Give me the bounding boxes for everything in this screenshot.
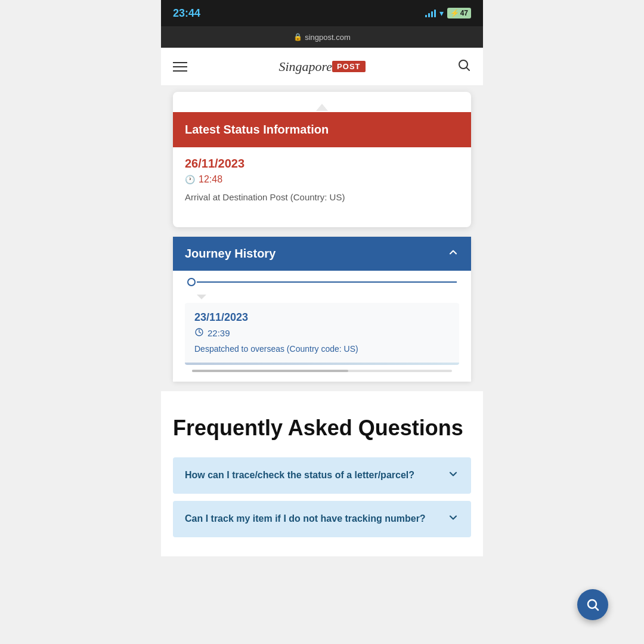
svg-line-1 bbox=[467, 68, 469, 70]
journey-history-title: Journey History bbox=[185, 247, 275, 261]
latest-status-title: Latest Status Information bbox=[185, 123, 329, 136]
journey-entry-time-row: 22:39 bbox=[194, 327, 450, 339]
chevron-up-icon bbox=[447, 246, 459, 261]
status-time: 23:44 bbox=[173, 7, 200, 20]
journey-history-body: 23/11/2023 22:39 Despatched to overseas … bbox=[173, 271, 471, 382]
status-time-row: 🕐 12:48 bbox=[185, 174, 459, 185]
latest-status-body: 26/11/2023 🕐 12:48 Arrival at Destinatio… bbox=[173, 147, 471, 215]
status-bar: 23:44 ▾ ⚡47 bbox=[161, 0, 483, 26]
faq-question-1: How can I trace/check the status of a le… bbox=[185, 469, 447, 482]
faq-chevron-2 bbox=[447, 512, 459, 527]
triangle-pointer bbox=[316, 104, 328, 111]
wifi-icon: ▾ bbox=[439, 8, 444, 18]
search-button[interactable] bbox=[457, 58, 471, 75]
journey-history-header[interactable]: Journey History bbox=[173, 237, 471, 271]
faq-chevron-1 bbox=[447, 468, 459, 483]
nav-bar: Singapore POST bbox=[161, 48, 483, 86]
lock-icon: 🔒 bbox=[293, 33, 302, 41]
browser-url: 🔒 singpost.com bbox=[293, 33, 351, 42]
status-time-value: 12:48 bbox=[199, 174, 222, 185]
status-date: 26/11/2023 bbox=[185, 157, 459, 171]
clock-icon-journey bbox=[194, 327, 204, 339]
scroll-hint bbox=[192, 370, 452, 372]
journey-entry-card: 23/11/2023 22:39 Despatched to overseas … bbox=[185, 303, 459, 365]
timeline-dot bbox=[187, 278, 196, 286]
timeline-line bbox=[197, 281, 457, 283]
hamburger-menu[interactable] bbox=[173, 62, 187, 72]
battery-icon: ⚡47 bbox=[447, 8, 471, 18]
journey-entry-date: 23/11/2023 bbox=[194, 311, 450, 324]
status-description: Arrival at Destination Post (Country: US… bbox=[185, 191, 459, 203]
journey-history-section: Journey History bbox=[173, 237, 471, 382]
faq-item-1[interactable]: How can I trace/check the status of a le… bbox=[173, 457, 471, 494]
browser-bar: 🔒 singpost.com bbox=[161, 26, 483, 48]
clock-icon: 🕐 bbox=[185, 175, 195, 184]
journey-entry-time: 22:39 bbox=[208, 328, 230, 338]
scroll-hint-inner bbox=[192, 370, 348, 372]
timeline: 23/11/2023 22:39 Despatched to overseas … bbox=[182, 271, 462, 372]
logo-post: POST bbox=[332, 61, 365, 72]
latest-status-header: Latest Status Information bbox=[173, 112, 471, 147]
logo-text: Singapore bbox=[278, 59, 332, 75]
status-icons: ▾ ⚡47 bbox=[425, 8, 471, 18]
main-content: Latest Status Information 26/11/2023 🕐 1… bbox=[161, 92, 483, 556]
journey-entry-description: Despatched to overseas (Country code: US… bbox=[194, 343, 450, 355]
signal-icon bbox=[425, 9, 436, 17]
latest-status-card: Latest Status Information 26/11/2023 🕐 1… bbox=[173, 92, 471, 227]
faq-item-2[interactable]: Can I track my item if I do not have tra… bbox=[173, 501, 471, 537]
faq-question-2: Can I track my item if I do not have tra… bbox=[185, 512, 447, 525]
svg-point-0 bbox=[459, 60, 467, 69]
logo: Singapore POST bbox=[278, 59, 365, 75]
faq-title: Frequently Asked Questions bbox=[173, 415, 471, 441]
card-triangle bbox=[197, 295, 206, 299]
faq-section: Frequently Asked Questions How can I tra… bbox=[161, 391, 483, 556]
timeline-line-row bbox=[182, 278, 462, 286]
